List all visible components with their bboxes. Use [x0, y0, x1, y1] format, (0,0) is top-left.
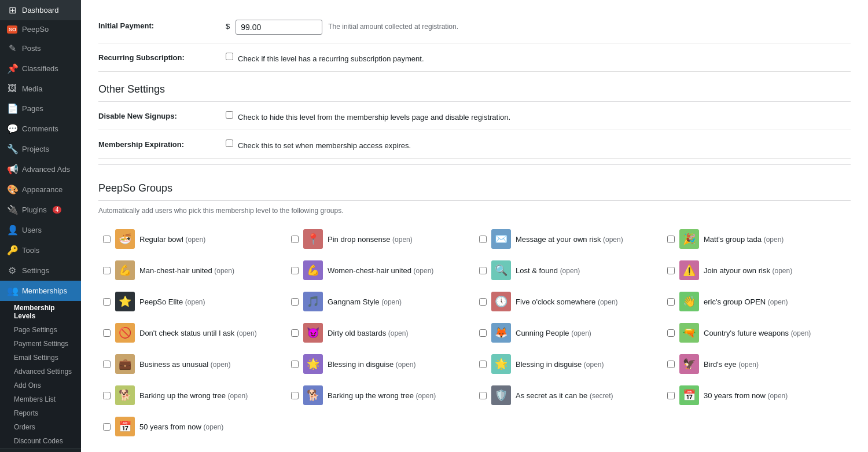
- group-checkbox[interactable]: [479, 392, 487, 399]
- group-checkbox[interactable]: [103, 267, 111, 274]
- collapse-menu-button[interactable]: ◀ Collapse menu: [0, 448, 81, 452]
- group-name: Cunning People (open): [516, 329, 591, 337]
- sidebar-item-media[interactable]: 🖼 Media: [0, 79, 81, 98]
- group-item: ⭐PeepSo Elite (open): [98, 286, 286, 317]
- memberships-icon: 👥: [7, 285, 17, 296]
- group-name: PeepSo Elite (open): [139, 297, 205, 306]
- plugins-badge: 4: [53, 206, 62, 214]
- group-checkbox[interactable]: [103, 329, 111, 337]
- expiration-label: Membership Expiration:: [98, 138, 214, 149]
- group-checkbox[interactable]: [291, 267, 299, 274]
- group-checkbox[interactable]: [667, 361, 675, 368]
- group-avatar: 🛡️: [491, 385, 511, 405]
- submenu-advanced-settings[interactable]: Advanced Settings: [0, 365, 81, 378]
- sidebar-item-pages[interactable]: 📄 Pages: [0, 98, 81, 119]
- group-item: 📍Pin drop nonsense (open): [286, 223, 475, 255]
- group-name: Pin drop nonsense (open): [328, 235, 413, 244]
- group-checkbox[interactable]: [291, 392, 299, 399]
- group-name: Business as unusual (open): [139, 360, 231, 369]
- group-checkbox[interactable]: [103, 392, 111, 399]
- dollar-sign: $: [226, 20, 230, 31]
- groups-heading: PeepSo Groups: [98, 171, 851, 201]
- submenu-discount-codes[interactable]: Discount Codes: [0, 434, 81, 448]
- group-name: Lost & found (open): [516, 266, 580, 275]
- group-item: 💼Business as unusual (open): [98, 348, 286, 380]
- group-avatar: ⭐: [115, 292, 135, 311]
- disable-signups-controls: Check to hide this level from the member…: [226, 110, 851, 122]
- submenu-add-ons[interactable]: Add Ons: [0, 378, 81, 392]
- group-avatar: 🍜: [115, 229, 135, 249]
- group-name: Blessing in disguise (open): [328, 360, 415, 369]
- content-area: Initial Payment: $ The initial amount co…: [81, 0, 868, 452]
- posts-icon: ✎: [7, 43, 17, 54]
- submenu-membership-levels[interactable]: Membership Levels: [0, 301, 81, 323]
- initial-payment-input[interactable]: [236, 20, 322, 35]
- sidebar-item-settings[interactable]: ⚙ Settings: [0, 260, 81, 281]
- group-checkbox[interactable]: [291, 361, 299, 368]
- group-name: Dirty old bastards (open): [328, 329, 408, 337]
- group-checkbox[interactable]: [667, 267, 675, 274]
- group-checkbox[interactable]: [667, 236, 675, 243]
- group-checkbox[interactable]: [103, 423, 111, 431]
- recurring-checkbox[interactable]: [226, 53, 233, 60]
- group-avatar: 🌟: [491, 354, 511, 374]
- group-checkbox[interactable]: [667, 329, 675, 337]
- group-item: 🐕Barking up the wrong tree (open): [98, 380, 286, 411]
- group-name: Blessing in disguise (open): [516, 360, 604, 369]
- sidebar-item-label: Plugins: [22, 205, 47, 214]
- group-checkbox[interactable]: [291, 298, 299, 306]
- group-checkbox[interactable]: [667, 298, 675, 306]
- sidebar-item-posts[interactable]: ✎ Posts: [0, 38, 81, 58]
- sidebar-item-tools[interactable]: 🔑 Tools: [0, 240, 81, 260]
- sidebar-item-label: Dashboard: [22, 6, 59, 14]
- disable-signups-row: Disable New Signups: Check to hide this …: [98, 102, 851, 130]
- submenu-reports[interactable]: Reports: [0, 406, 81, 420]
- submenu-page-settings[interactable]: Page Settings: [0, 323, 81, 337]
- sidebar-item-label: Classifieds: [22, 64, 58, 73]
- pages-icon: 📄: [7, 103, 17, 114]
- sidebar-item-comments[interactable]: 💬 Comments: [0, 119, 81, 139]
- settings-icon: ⚙: [7, 265, 17, 276]
- group-checkbox[interactable]: [103, 236, 111, 243]
- initial-payment-label: Initial Payment:: [98, 20, 214, 30]
- group-checkbox[interactable]: [479, 236, 487, 243]
- submenu-payment-settings[interactable]: Payment Settings: [0, 337, 81, 351]
- sidebar-item-dashboard[interactable]: ⊞ Dashboard: [0, 0, 81, 20]
- groups-grid: 🍜Regular bowl (open)📍Pin drop nonsense (…: [98, 223, 851, 442]
- group-checkbox[interactable]: [479, 267, 487, 274]
- group-checkbox[interactable]: [479, 329, 487, 337]
- sidebar-item-classifieds[interactable]: 📌 Classifieds: [0, 58, 81, 79]
- group-checkbox[interactable]: [291, 329, 299, 337]
- expiration-checkbox[interactable]: [226, 139, 233, 147]
- group-item: 💪Women-chest-hair united (open): [286, 255, 475, 286]
- media-icon: 🖼: [7, 83, 17, 94]
- group-checkbox[interactable]: [479, 298, 487, 306]
- appearance-icon: 🎨: [7, 184, 17, 195]
- users-icon: 👤: [7, 225, 17, 236]
- submenu-orders[interactable]: Orders: [0, 420, 81, 434]
- group-avatar: 🦅: [679, 354, 699, 374]
- sidebar-item-memberships[interactable]: 👥 Memberships: [0, 281, 81, 301]
- group-name: Join atyour own risk (open): [704, 266, 792, 275]
- group-checkbox[interactable]: [667, 392, 675, 399]
- sidebar-item-label: Advanced Ads: [22, 165, 70, 174]
- sidebar-item-users[interactable]: 👤 Users: [0, 220, 81, 240]
- group-checkbox[interactable]: [479, 361, 487, 368]
- disable-signups-checkbox[interactable]: [226, 111, 233, 119]
- sidebar-item-label: Users: [22, 226, 42, 234]
- sidebar-item-appearance[interactable]: 🎨 Appearance: [0, 179, 81, 200]
- submenu-members-list[interactable]: Members List: [0, 392, 81, 406]
- projects-icon: 🔧: [7, 144, 17, 155]
- group-checkbox[interactable]: [291, 236, 299, 243]
- initial-payment-controls: $ The initial amount collected at regist…: [226, 20, 851, 35]
- disable-signups-hint: Check to hide this level from the member…: [238, 110, 510, 122]
- group-name: Barking up the wrong tree (open): [139, 391, 248, 400]
- submenu-email-settings[interactable]: Email Settings: [0, 351, 81, 365]
- group-checkbox[interactable]: [103, 298, 111, 306]
- sidebar-item-advanced-ads[interactable]: 📢 Advanced Ads: [0, 159, 81, 179]
- group-item: 🌟Blessing in disguise (open): [286, 348, 475, 380]
- sidebar-item-projects[interactable]: 🔧 Projects: [0, 139, 81, 159]
- sidebar-item-peepso[interactable]: SO PeepSo: [0, 20, 81, 38]
- group-checkbox[interactable]: [103, 361, 111, 368]
- sidebar-item-plugins[interactable]: 🔌 Plugins 4: [0, 200, 81, 220]
